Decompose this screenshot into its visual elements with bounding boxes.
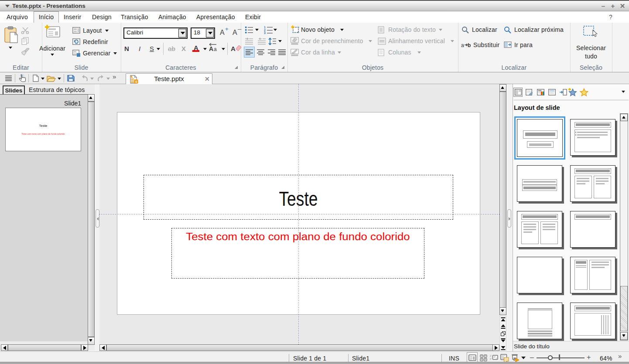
svg-text:A: A [209,45,213,52]
svg-text:1: 1 [264,26,266,29]
svg-text:a: a [214,46,217,52]
svg-text:3: 3 [264,31,266,34]
svg-text:a: a [461,42,464,48]
svg-text:b: b [468,42,471,48]
